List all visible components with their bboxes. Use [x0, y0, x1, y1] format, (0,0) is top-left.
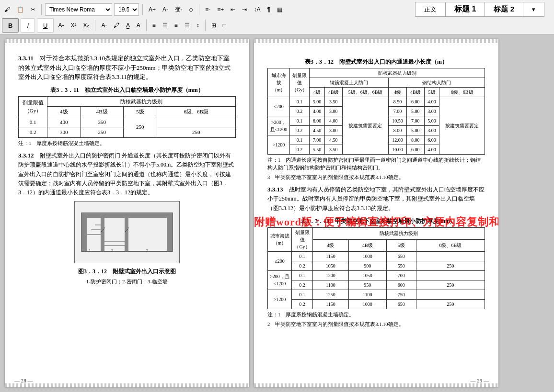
t3312-r5c6: 12.00 — [389, 135, 407, 145]
char-shading-button[interactable]: A — [134, 21, 143, 30]
font-color2-button[interactable]: A̲ — [124, 21, 132, 30]
clear-format-button[interactable]: ◇ — [186, 5, 196, 14]
table3313-title: 表3．3．13 甲类防空地下室室外临空墙最小防护厚度(mm) — [267, 217, 485, 225]
font-select[interactable]: Times New Roma — [45, 3, 112, 16]
highlight-button[interactable]: 🖍 — [111, 21, 122, 30]
divider2 — [142, 4, 143, 15]
t3312-r1c6: 8.50 — [389, 97, 407, 107]
t3312-col3: 防核武器抗力级别 — [310, 68, 485, 78]
t3312-r1c9: 按建筑需要要定 — [439, 97, 485, 155]
torn-bottom-right — [254, 383, 498, 387]
list2-button[interactable]: ≡+ — [215, 5, 226, 14]
table3312-title: 表3．3．12 附壁式室外出入口的内通道最小长度（m） — [267, 57, 485, 66]
t3312-r1c3: 5.00 — [310, 97, 325, 107]
subscript-button[interactable]: X₂ — [81, 21, 92, 30]
t3313-r1c1: ≤200 — [268, 251, 292, 270]
figure-svg: 1 2 3 — [77, 203, 177, 261]
t3313-col2: 剂量限值（Gy） — [292, 227, 313, 251]
style-normal-button[interactable]: 正文 — [416, 2, 446, 16]
divider6 — [205, 20, 206, 31]
table3311-r1c3: 350 — [81, 117, 124, 127]
svg-rect-2 — [167, 213, 173, 251]
style-h1-button[interactable]: 标题 1 — [446, 2, 485, 16]
indent-button[interactable]: ⇥ — [240, 5, 249, 14]
t3312-r4c3: 4.50 — [310, 126, 325, 135]
section-3313-title: 3.3.13 — [267, 186, 283, 193]
t3312-s6: 5级 — [424, 88, 439, 97]
table3311-r2c2: 300 — [47, 127, 81, 138]
t3312-s4: 4级 — [389, 88, 407, 97]
font-format-button[interactable]: 变· — [173, 4, 185, 15]
t3312-r5c2: 0.1 — [290, 135, 310, 145]
t3313-r5c1: >1200 — [268, 290, 292, 309]
bold-button[interactable]: B — [2, 18, 19, 33]
divider4 — [95, 20, 95, 31]
t3312-r6c8: 4.00 — [424, 145, 439, 155]
t3313-r4c2: 0.2 — [292, 280, 313, 290]
align-center-button[interactable]: ☰ — [160, 21, 170, 30]
style-h2-button[interactable]: 标题 2 — [485, 2, 523, 16]
t3313-r5c4: 1100 — [348, 290, 386, 299]
divider5 — [146, 20, 147, 31]
table-3311: 剂量限值（Gy） 防核武器抗力级别 4级 4B级 5级 6级、6B级 0.1 4… — [18, 96, 236, 138]
t3312-r4c6: 8.00 — [389, 126, 407, 135]
paste-button[interactable]: 📋 — [14, 5, 26, 14]
t3312-r4c8: 3.00 — [424, 126, 439, 135]
list-button[interactable]: ≡- — [203, 5, 213, 14]
show-hide-button[interactable]: ¶ — [265, 5, 272, 14]
strikethrough-button[interactable]: A- — [56, 21, 66, 30]
section-3311-text: 对于符合本规范第3.3.10条规定的独立式室外出入口，乙类防空地下室的独立式室外… — [18, 55, 231, 80]
shading-button[interactable]: □ — [220, 21, 229, 30]
sort-button[interactable]: ↕A — [251, 5, 263, 14]
t3312-r5c7: 8.00 — [406, 135, 424, 145]
t3312-r5c1: >1200 — [268, 135, 290, 155]
cut-button[interactable]: ✂ — [28, 5, 38, 14]
font-color-button[interactable]: A· — [99, 21, 109, 30]
underline-button[interactable]: U — [37, 18, 54, 33]
style-more-button[interactable]: ▾ — [523, 2, 544, 16]
fill-button[interactable]: ▦ — [275, 5, 285, 14]
table3311-r2c5: 250 — [157, 127, 235, 138]
page-left: 3.3.11 对于符合本规范第3.3.10条规定的独立式室外出入口，乙类防空地下… — [5, 39, 249, 387]
svg-rect-5 — [125, 218, 128, 251]
decrease-font-button[interactable]: A- — [160, 5, 171, 14]
align-right-button[interactable]: ≡ — [172, 21, 180, 30]
t3312-r2c8: 3.00 — [424, 107, 439, 116]
t3312-r5c4: 4.50 — [324, 135, 342, 145]
t3312-s3: 5级、6级、6B级 — [342, 88, 389, 97]
line-spacing-button[interactable]: ↕ — [194, 21, 202, 30]
svg-text:3: 3 — [146, 248, 149, 253]
t3313-r1c4: 1000 — [348, 251, 386, 261]
note3312-1: 注：1 内通道长度可按自防护密闭门至最里面一道密闭门之间通道中心线的折线长计；钢… — [267, 157, 485, 172]
t3313-r2c6: 250 — [416, 261, 485, 270]
t3313-r6c4: 1000 — [348, 299, 386, 309]
justify-button[interactable]: ☰ — [182, 21, 192, 30]
t3313-r3c6 — [416, 270, 485, 280]
t3313-col1: 城市海拔（m） — [268, 227, 292, 251]
font-size-select[interactable]: 19.5 — [114, 3, 139, 16]
t3313-r6c6: 250 — [416, 299, 485, 309]
italic-button[interactable]: I — [21, 18, 35, 33]
superscript-button[interactable]: X² — [68, 21, 79, 30]
t3313-r1c2: 0.1 — [292, 251, 313, 261]
increase-font-button[interactable]: A+ — [146, 5, 158, 14]
t3312-s5: 4B级 — [406, 88, 424, 97]
format-brush-button[interactable]: 🖌 — [2, 5, 12, 14]
t3312-r5c3: 7.00 — [310, 135, 325, 145]
cut-icon: ✂ — [31, 6, 35, 13]
t3312-r6c2: 0.2 — [290, 145, 310, 155]
t3313-r4c6: 250 — [416, 280, 485, 290]
align-left-button[interactable]: ≡ — [150, 21, 158, 30]
table3311-sub4: 6级、6B级 — [157, 107, 235, 117]
t3313-s4: 6级、6B级 — [416, 239, 485, 251]
outdent-button[interactable]: ⇤ — [228, 5, 238, 14]
border-button[interactable]: ⊞ — [209, 21, 219, 30]
t3312-r2c2: 0.2 — [290, 107, 310, 116]
t3313-r5c6 — [416, 290, 485, 299]
format-brush-icon: 🖌 — [4, 6, 10, 13]
t3313-r5c5: 750 — [386, 290, 416, 299]
table3311-r2c3: 250 — [81, 127, 124, 138]
t3312-r6c4: 3.50 — [324, 145, 342, 155]
t3313-r6c2: 0.2 — [292, 299, 313, 309]
t3312-r6c3: 5.50 — [310, 145, 325, 155]
